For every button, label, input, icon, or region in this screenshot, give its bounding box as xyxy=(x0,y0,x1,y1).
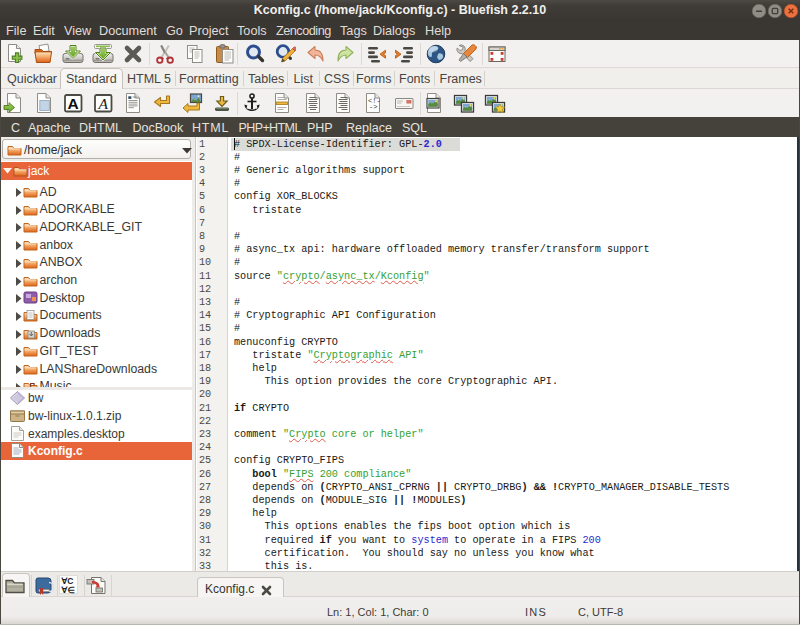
svg-text:->: -> xyxy=(369,103,377,111)
svg-text:A: A xyxy=(68,94,79,111)
svg-text:A: A xyxy=(97,94,108,111)
